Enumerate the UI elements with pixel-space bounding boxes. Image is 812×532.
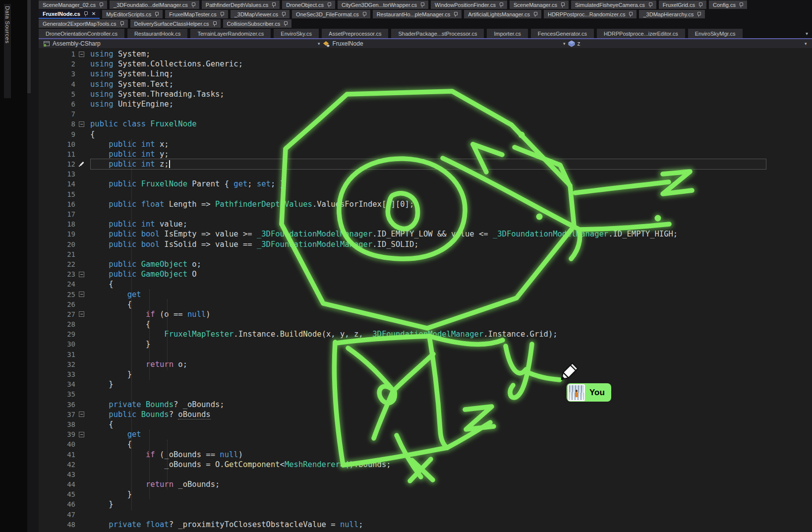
pin-icon[interactable] xyxy=(561,2,565,7)
tab-SceneManager.cs[interactable]: SceneManager.cs xyxy=(510,0,569,9)
tab-SceneManager_02.cs[interactable]: SceneManager_02.cs xyxy=(39,0,107,9)
fold-toggle[interactable]: − xyxy=(79,52,84,57)
code-text: public Bounds? oBounds xyxy=(90,410,211,419)
member-dropdown[interactable]: ▾ z xyxy=(563,39,580,48)
chevron-down-icon[interactable]: ▾ xyxy=(563,41,566,46)
line-number: 40 xyxy=(39,439,75,449)
gutter xyxy=(75,129,90,139)
pin-icon[interactable] xyxy=(454,12,458,17)
tab-label: Config.cs xyxy=(713,2,736,8)
tab-label: MyEditorScripts.cs xyxy=(106,11,151,17)
pin-icon[interactable] xyxy=(420,2,424,7)
tab-data-sources[interactable]: Data Sources xyxy=(4,4,11,98)
side-scrollbar[interactable] xyxy=(27,0,31,93)
tab-DeliverySurfaceClassHelper.cs[interactable]: DeliverySurfaceClassHelper.cs xyxy=(130,19,221,28)
tab-FruxelNode.cs[interactable]: FruxelNode.cs✕ xyxy=(39,9,100,19)
tab-MyEditorScripts.cs[interactable]: MyEditorScripts.cs xyxy=(102,10,163,18)
tab-DroneObject.cs[interactable]: DroneObject.cs xyxy=(282,0,335,9)
pin-icon[interactable] xyxy=(648,2,652,7)
tab-WindowPositionFinder.cs[interactable]: WindowPositionFinder.cs xyxy=(431,0,507,9)
tab-_3DFoundatio...delManager.cs[interactable]: _3DFoundatio...delManager.cs xyxy=(110,0,199,9)
navbar-overflow[interactable]: ▾ xyxy=(805,39,807,48)
tab-DroneOrientationController.cs[interactable]: DroneOrientationController.cs xyxy=(39,29,124,38)
chevron-down-icon[interactable]: ▾ xyxy=(318,41,320,46)
tab-EnviroSkyMgr.cs[interactable]: EnviroSkyMgr.cs xyxy=(688,29,743,38)
line-number: 18 xyxy=(39,219,75,229)
tab-Config.cs[interactable]: Config.cs xyxy=(709,0,747,9)
fold-toggle[interactable]: − xyxy=(79,272,84,277)
pin-icon[interactable] xyxy=(191,2,195,7)
fold-toggle[interactable]: − xyxy=(79,121,84,127)
side-strip xyxy=(27,0,39,532)
code-line-25: 25− get xyxy=(39,290,812,299)
tab-CollisionSubscriber.cs[interactable]: CollisionSubscriber.cs xyxy=(223,19,292,28)
code-text: if (_oBounds == null) xyxy=(90,450,243,460)
tab-Generator2ExportMapTools.cs[interactable]: Generator2ExportMapTools.cs xyxy=(39,19,128,28)
tab-FencesGenerator.cs[interactable]: FencesGenerator.cs xyxy=(531,29,594,38)
tab-OneSec3D_FileFormat.cs[interactable]: OneSec3D_FileFormat.cs xyxy=(292,10,370,18)
pin-icon[interactable] xyxy=(213,21,217,26)
chevron-down-icon[interactable]: ▾ xyxy=(805,41,807,46)
pin-icon[interactable] xyxy=(533,12,537,17)
code-line-15: 15 xyxy=(39,189,812,199)
tab-AssetPreprocessor.cs[interactable]: AssetPreprocessor.cs xyxy=(322,29,388,38)
tab-ShaderPackage...stProcessor.cs[interactable]: ShaderPackage...stProcessor.cs xyxy=(391,29,484,38)
pin-icon[interactable] xyxy=(697,12,701,17)
tab-EnviroSky.cs[interactable]: EnviroSky.cs xyxy=(274,29,319,38)
pin-icon[interactable] xyxy=(327,2,331,7)
code-text: using System.Linq; xyxy=(90,69,174,79)
tab-label: TerrainLayerRandomizer.cs xyxy=(197,31,264,37)
pin-icon[interactable] xyxy=(284,21,288,26)
fold-toggle[interactable]: − xyxy=(79,311,84,317)
pin-icon[interactable] xyxy=(99,2,103,7)
tab-FruxelMapTester.cs[interactable]: FruxelMapTester.cs xyxy=(165,10,228,18)
pin-icon[interactable] xyxy=(698,2,702,7)
fold-toggle[interactable]: − xyxy=(79,292,84,297)
project-dropdown[interactable]: Assembly-CSharp xyxy=(43,39,101,48)
close-icon[interactable]: ✕ xyxy=(92,11,96,16)
code-text: { xyxy=(90,419,114,429)
tab-RestaurantHook.cs[interactable]: RestaurantHook.cs xyxy=(127,29,188,38)
code-line-37: 37− public Bounds? oBounds xyxy=(39,410,812,419)
pin-icon[interactable] xyxy=(282,12,286,17)
gutter: − xyxy=(75,429,90,439)
line-number: 42 xyxy=(39,460,75,470)
pin-icon[interactable] xyxy=(220,12,224,17)
code-editor[interactable]: 1−using System;2using System.Collections… xyxy=(39,48,812,532)
fold-toggle[interactable]: − xyxy=(79,432,84,437)
tab-ArtificialLightsManager.cs[interactable]: ArtificialLightsManager.cs xyxy=(464,10,541,18)
tab-CityGen3DGen...torWrapper.cs[interactable]: CityGen3DGen...torWrapper.cs xyxy=(338,0,428,9)
tab-HDRPPostproce...izerEditor.cs[interactable]: HDRPPostproce...izerEditor.cs xyxy=(597,29,685,38)
tab-SimulatedFisheyeCamera.cs[interactable]: SimulatedFisheyeCamera.cs xyxy=(571,0,656,9)
type-dropdown[interactable]: ▾ FruxelNode xyxy=(318,39,363,48)
pin-icon[interactable] xyxy=(499,2,503,7)
line-number: 31 xyxy=(39,350,75,359)
pin-icon[interactable] xyxy=(362,12,366,17)
code-text: public class FruxelNode xyxy=(90,119,197,129)
gutter xyxy=(75,209,90,219)
gutter xyxy=(75,149,90,159)
tab-Importer.cs[interactable]: Importer.cs xyxy=(487,29,527,38)
tab-_3DMapViewer.cs[interactable]: _3DMapViewer.cs xyxy=(231,10,290,18)
pin-icon[interactable] xyxy=(84,11,88,16)
fold-toggle[interactable]: − xyxy=(79,412,84,417)
tab-RestaurantHo...pleManager.cs[interactable]: RestaurantHo...pleManager.cs xyxy=(373,10,462,18)
pin-icon[interactable] xyxy=(120,21,124,26)
tab-TerrainLayerRandomizer.cs[interactable]: TerrainLayerRandomizer.cs xyxy=(190,29,271,38)
code-text: public int x; xyxy=(90,139,169,149)
line-number: 26 xyxy=(39,299,75,309)
tab-row-1: SceneManager_02.cs_3DFoundatio...delMana… xyxy=(39,0,812,9)
pin-icon[interactable] xyxy=(739,2,743,7)
line-number: 7 xyxy=(39,109,75,119)
tab-FruxelGrid.cs[interactable]: FruxelGrid.cs xyxy=(659,0,706,9)
tab-row-4: DroneOrientationController.csRestaurantH… xyxy=(39,29,812,38)
tab-label: DroneObject.cs xyxy=(286,2,324,8)
pin-icon[interactable] xyxy=(272,2,276,7)
tab-_3DMapHierarchy.cs[interactable]: _3DMapHierarchy.cs xyxy=(639,10,705,18)
tab-PathfinderDepthValues.cs[interactable]: PathfinderDepthValues.cs xyxy=(202,0,280,9)
code-text: return o; xyxy=(90,359,187,369)
tab-HDRPPostproc...Randomizer.cs[interactable]: HDRPPostproc...Randomizer.cs xyxy=(544,10,637,18)
pin-icon[interactable] xyxy=(155,12,159,17)
pin-icon[interactable] xyxy=(629,12,633,17)
tab-overflow-icon[interactable]: ▾ xyxy=(806,31,808,36)
